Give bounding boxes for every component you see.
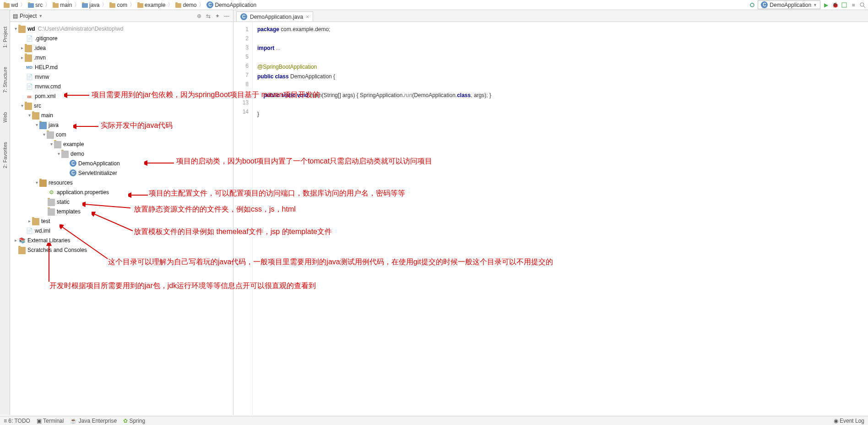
bottom-bar: ≡ 6: TODO ▣ Terminal ☕ Java Enterprise ✿… — [0, 416, 868, 425]
bb-javaent[interactable]: ☕ Java Enterprise — [70, 418, 117, 424]
class-icon: C — [70, 169, 76, 176]
vtab-web[interactable]: Web — [1, 109, 9, 125]
debug-icon[interactable]: 🐞 — [831, 1, 839, 9]
run-icon[interactable]: ▶ — [822, 1, 830, 9]
gutter: 12356 ▶7 8 1314 — [233, 22, 253, 415]
code-area[interactable]: package com.example.demo; import ... @Sp… — [253, 22, 868, 415]
project-tree[interactable]: ▾wdC:\Users\Administrator\Desktop\wd 📄.g… — [10, 22, 233, 415]
run-config-label: DemoApplication — [770, 2, 811, 8]
tab-label: DemoApplication.java — [250, 14, 303, 20]
gear-icon[interactable]: ✦ — [214, 12, 221, 20]
node-static[interactable]: static — [10, 197, 233, 207]
toolbar-right: C DemoApplication ▼ ▶ 🐞 ■ — [749, 0, 866, 9]
node-mvnw[interactable]: 📄mvnw — [10, 72, 233, 82]
expand-all-icon[interactable]: ⇆ — [205, 12, 212, 20]
breadcrumb-bar: wd〉 src〉 main〉 java〉 com〉 example〉 demo〉… — [0, 0, 868, 10]
bc-wd[interactable]: wd — [3, 2, 19, 8]
project-panel-header: ▤ Project ▼ ⊕ ⇆ ✦ — — [10, 10, 233, 22]
node-scratches[interactable]: Scratches and Consoles — [10, 245, 233, 255]
vtab-structure[interactable]: 7: Structure — [1, 64, 9, 96]
hide-icon[interactable]: — — [223, 12, 230, 20]
bc-main[interactable]: main — [52, 2, 73, 8]
node-extlib[interactable]: ▸📚External Libraries — [10, 235, 233, 245]
sync-icon[interactable] — [749, 1, 756, 9]
bc-java[interactable]: java — [81, 2, 100, 8]
node-test[interactable]: ▸test — [10, 216, 233, 226]
vtab-favorites[interactable]: 2: Favorites — [1, 139, 9, 171]
node-mvnwcmd[interactable]: 📄mvnw.cmd — [10, 82, 233, 91]
svg-rect-0 — [842, 3, 846, 7]
bc-com[interactable]: com — [108, 2, 128, 8]
tab-demoapplication[interactable]: C DemoApplication.java × — [236, 11, 313, 22]
node-idea[interactable]: ▸.idea — [10, 43, 233, 53]
node-resources[interactable]: ▾resources — [10, 178, 233, 187]
run-config-combo[interactable]: C DemoApplication ▼ — [758, 0, 820, 9]
editor-tabs: C DemoApplication.java × — [233, 10, 868, 22]
class-icon: C — [70, 160, 76, 167]
props-icon: ⚙ — [48, 189, 55, 196]
chevron-down-icon: ▼ — [813, 3, 817, 7]
class-icon: C — [240, 13, 247, 20]
bb-eventlog[interactable]: ◉ Event Log — [834, 418, 864, 424]
node-mvn[interactable]: ▸.mvn — [10, 53, 233, 62]
search-icon[interactable] — [859, 1, 866, 9]
class-icon: C — [761, 1, 768, 8]
node-main[interactable]: ▾main — [10, 110, 233, 120]
node-templates[interactable]: templates — [10, 207, 233, 216]
node-demoapp[interactable]: CDemoApplication — [10, 158, 233, 168]
maven-icon: m — [26, 93, 33, 99]
close-icon[interactable]: × — [306, 14, 309, 20]
select-opened-icon[interactable]: ⊕ — [195, 12, 203, 20]
bb-spring[interactable]: ✿ Spring — [123, 418, 145, 424]
bc-demo[interactable]: demo — [174, 2, 197, 8]
svg-line-2 — [863, 6, 865, 8]
bb-terminal[interactable]: ▣ Terminal — [37, 418, 64, 424]
node-pom[interactable]: mpom.xml — [10, 91, 233, 101]
scratch-icon — [18, 247, 26, 254]
node-servletinit[interactable]: CServletInitializer — [10, 168, 233, 178]
node-help[interactable]: MDHELP.md — [10, 62, 233, 72]
node-example[interactable]: ▾example — [10, 139, 233, 149]
vtab-project[interactable]: 1: Project — [1, 24, 9, 50]
node-appprops[interactable]: ⚙application.properties — [10, 187, 233, 197]
project-icon: ▤ — [13, 13, 18, 19]
editor-panel: C DemoApplication.java × 12356 ▶7 8 1314… — [233, 10, 868, 415]
node-src[interactable]: ▾src — [10, 101, 233, 110]
bb-todo[interactable]: ≡ 6: TODO — [4, 418, 30, 424]
svg-point-1 — [860, 3, 864, 6]
node-com[interactable]: ▾com — [10, 130, 233, 139]
node-gitignore[interactable]: 📄.gitignore — [10, 33, 233, 43]
stop-icon[interactable]: ■ — [850, 1, 857, 9]
bc-src[interactable]: src — [27, 2, 43, 8]
node-wdiml[interactable]: 📄wd.iml — [10, 226, 233, 235]
node-java[interactable]: ▾java — [10, 120, 233, 130]
node-root[interactable]: ▾wdC:\Users\Administrator\Desktop\wd — [10, 24, 233, 33]
bc-demoapp[interactable]: CDemoApplication — [206, 1, 257, 8]
bc-example[interactable]: example — [136, 2, 166, 8]
project-title: Project — [20, 13, 37, 19]
chevron-down-icon[interactable]: ▼ — [38, 14, 43, 18]
node-demo[interactable]: ▾demo — [10, 149, 233, 158]
coverage-icon[interactable] — [841, 1, 848, 9]
editor-body[interactable]: 12356 ▶7 8 1314 package com.example.demo… — [233, 22, 868, 415]
project-panel: ▤ Project ▼ ⊕ ⇆ ✦ — ▾wdC:\Users\Administ… — [10, 10, 233, 415]
left-tool-strip: 1: Project 7: Structure Web 2: Favorites — [0, 10, 10, 415]
library-icon: 📚 — [18, 237, 26, 244]
